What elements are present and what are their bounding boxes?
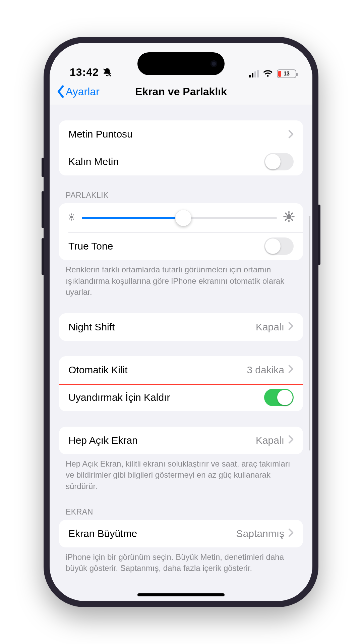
svg-point-1 — [287, 214, 292, 219]
auto-lock-row[interactable]: Otomatik Kilit 3 dakika — [59, 356, 303, 384]
sun-max-icon — [283, 211, 295, 225]
navigation-bar: Ayarlar Ekran ve Parlaklık — [50, 83, 312, 105]
night-shift-label: Night Shift — [68, 321, 115, 333]
front-camera — [210, 60, 217, 67]
display-zoom-row[interactable]: Ekran Büyütme Saptanmış — [59, 520, 303, 547]
chevron-right-icon — [288, 435, 294, 446]
brightness-header: PARLAKLIK — [59, 191, 303, 203]
chevron-right-icon — [288, 364, 294, 376]
always-on-display-label: Hep Açık Ekran — [68, 435, 138, 446]
cellular-signal-icon — [249, 70, 259, 77]
auto-lock-value: 3 dakika — [247, 364, 284, 376]
always-on-display-footer: Hep Açık Ekran, kilitli ekranı soluklaşt… — [59, 454, 303, 492]
screen: 13:42 13 Ayar — [50, 43, 312, 601]
dynamic-island — [137, 52, 225, 75]
brightness-slider-thumb[interactable] — [175, 210, 191, 226]
battery-fill — [278, 71, 281, 77]
bold-text-toggle[interactable] — [264, 153, 294, 170]
wifi-icon — [263, 69, 273, 78]
night-shift-value: Kapalı — [256, 321, 284, 333]
display-header: EKRAN — [59, 507, 303, 520]
bold-text-label: Kalın Metin — [68, 156, 119, 167]
volume-up-button — [42, 191, 44, 228]
bold-text-row: Kalın Metin — [59, 148, 303, 175]
chevron-right-icon — [288, 130, 294, 139]
raise-to-wake-label: Uyandırmak İçin Kaldır — [68, 392, 170, 403]
always-on-display-row[interactable]: Hep Açık Ekran Kapalı — [59, 427, 303, 454]
text-size-label: Metin Puntosu — [68, 128, 133, 140]
display-zoom-label: Ekran Büyütme — [68, 528, 137, 539]
true-tone-toggle[interactable] — [264, 237, 294, 255]
battery-indicator: 13 — [277, 69, 296, 78]
chevron-right-icon — [288, 321, 294, 333]
scroll-indicator[interactable] — [309, 216, 310, 450]
brightness-slider[interactable] — [82, 217, 277, 219]
sun-min-icon — [67, 212, 76, 224]
home-indicator[interactable] — [137, 593, 225, 596]
page-title: Ekran ve Parlaklık — [50, 86, 312, 98]
battery-percentage: 13 — [284, 71, 290, 77]
chevron-right-icon — [288, 528, 294, 539]
svg-point-0 — [70, 215, 73, 218]
text-size-row[interactable]: Metin Puntosu — [59, 120, 303, 148]
volume-down-button — [42, 238, 44, 275]
display-zoom-footer: iPhone için bir görünüm seçin. Büyük Met… — [59, 547, 303, 574]
always-on-display-value: Kapalı — [256, 435, 284, 446]
display-zoom-value: Saptanmış — [236, 528, 284, 539]
phone-frame: 13:42 13 Ayar — [44, 37, 318, 607]
true-tone-label: True Tone — [68, 240, 113, 252]
raise-to-wake-toggle[interactable] — [264, 389, 294, 406]
night-shift-row[interactable]: Night Shift Kapalı — [59, 313, 303, 341]
auto-lock-label: Otomatik Kilit — [68, 364, 128, 376]
settings-content: Metin Puntosu Kalın Metin PARLAKLIK — [50, 105, 312, 601]
brightness-slider-row — [59, 203, 303, 232]
true-tone-footer: Renklerin farklı ortamlarda tutarlı görü… — [59, 260, 303, 298]
silent-mode-icon — [102, 67, 112, 77]
raise-to-wake-row: Uyandırmak İçin Kaldır — [59, 384, 303, 411]
status-time: 13:42 — [70, 66, 99, 78]
mute-switch — [42, 158, 44, 177]
power-button — [318, 205, 320, 265]
true-tone-row: True Tone — [59, 232, 303, 260]
